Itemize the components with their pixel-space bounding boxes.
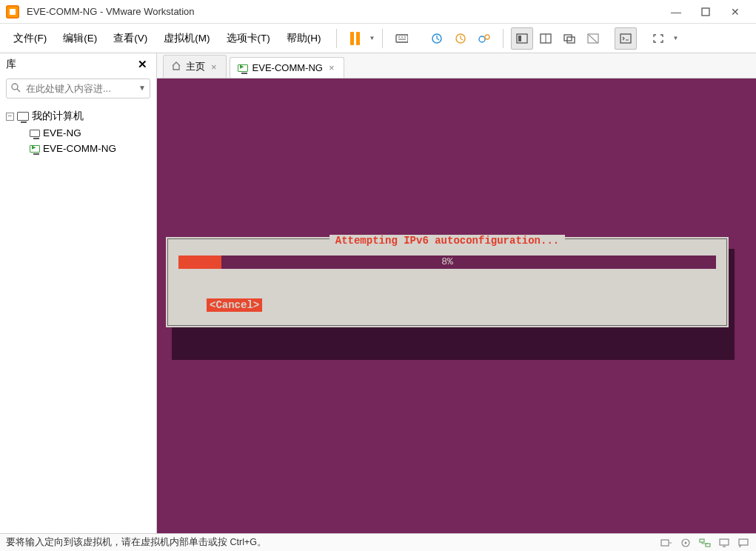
net-icon[interactable] bbox=[698, 537, 712, 549]
pause-button[interactable] bbox=[344, 27, 367, 50]
tree-root-label: 我的计算机 bbox=[32, 110, 84, 123]
library-tree: − 我的计算机 EVE-NG EVE-COMM-NG bbox=[0, 104, 156, 159]
svg-rect-22 bbox=[720, 539, 729, 545]
view-single-button[interactable] bbox=[511, 27, 533, 50]
search-input[interactable] bbox=[6, 79, 150, 98]
installer-dialog: Attempting IPv6 autoconfiguration... 8% … bbox=[166, 237, 729, 327]
revert-snapshot-icon bbox=[454, 32, 467, 45]
tab-vm[interactable]: EVE-COMM-NG × bbox=[230, 57, 344, 78]
menu-help[interactable]: 帮助(H) bbox=[279, 29, 329, 48]
menubar: 文件(F) 编辑(E) 查看(V) 虚拟机(M) 选项卡(T) 帮助(H) ▼ bbox=[0, 24, 756, 53]
titlebar: EVE-COMM-NG - VMware Workstation — ✕ bbox=[0, 0, 756, 24]
tree-root[interactable]: − 我的计算机 bbox=[4, 107, 152, 125]
search-icon bbox=[10, 82, 21, 95]
message-icon[interactable] bbox=[737, 537, 750, 549]
revert-snapshot-button[interactable] bbox=[449, 27, 472, 50]
dialog-title: Attempting IPv6 autoconfiguration... bbox=[330, 235, 565, 247]
chevron-down-icon[interactable]: ▼ bbox=[369, 35, 375, 41]
quickswitch-button[interactable] bbox=[558, 27, 581, 50]
sidebar-close-button[interactable]: ✕ bbox=[134, 56, 150, 73]
console-icon bbox=[619, 32, 632, 45]
chevron-down-icon[interactable]: ▼ bbox=[672, 35, 678, 41]
tree-item-label: EVE-COMM-NG bbox=[43, 143, 116, 154]
status-icons bbox=[660, 537, 750, 549]
tree-item-eve-ng[interactable]: EVE-NG bbox=[4, 125, 152, 141]
display-icon[interactable] bbox=[717, 537, 731, 549]
computer-icon bbox=[17, 112, 29, 121]
window-title: EVE-COMM-NG - VMware Workstation bbox=[27, 6, 661, 17]
close-icon[interactable]: × bbox=[327, 62, 336, 73]
send-ctrl-alt-del-button[interactable] bbox=[390, 27, 412, 50]
multi-view-icon bbox=[539, 32, 552, 45]
tree-item-eve-comm-ng[interactable]: EVE-COMM-NG bbox=[4, 141, 152, 156]
svg-rect-21 bbox=[706, 544, 710, 547]
tab-vm-label: EVE-COMM-NG bbox=[252, 62, 323, 73]
menu-tabs[interactable]: 选项卡(T) bbox=[219, 29, 278, 48]
svg-rect-17 bbox=[661, 540, 669, 546]
menu-vm[interactable]: 虚拟机(M) bbox=[156, 29, 217, 48]
separator bbox=[503, 29, 504, 48]
view-multi-button[interactable] bbox=[535, 27, 557, 50]
sidebar-header: 库 ✕ bbox=[0, 53, 156, 76]
svg-rect-14 bbox=[620, 34, 631, 43]
svg-rect-7 bbox=[518, 36, 521, 41]
single-view-icon bbox=[515, 32, 529, 45]
disk-icon[interactable] bbox=[679, 537, 692, 549]
sidebar: 库 ✕ ▼ − 我的计算机 EVE-NG EVE-COMM-NG bbox=[0, 53, 157, 533]
window-controls: — ✕ bbox=[661, 0, 750, 24]
vm-viewport[interactable]: Attempting IPv6 autoconfiguration... 8% … bbox=[157, 79, 756, 533]
input-icon[interactable] bbox=[660, 537, 673, 549]
svg-rect-20 bbox=[700, 539, 704, 542]
progress-text: 8% bbox=[178, 256, 716, 269]
menu-edit[interactable]: 编辑(E) bbox=[56, 29, 104, 48]
fullscreen-icon bbox=[652, 32, 665, 45]
close-button[interactable]: ✕ bbox=[720, 0, 750, 24]
tree-item-label: EVE-NG bbox=[43, 127, 81, 138]
status-text: 要将输入定向到该虚拟机，请在虚拟机内部单击或按 Ctrl+G。 bbox=[6, 536, 267, 549]
unity-icon bbox=[586, 32, 600, 45]
minimize-button[interactable]: — bbox=[661, 0, 691, 24]
manage-snapshot-button[interactable] bbox=[473, 27, 495, 50]
app-icon bbox=[6, 5, 19, 19]
close-icon[interactable]: × bbox=[210, 61, 218, 73]
snapshot-icon bbox=[430, 32, 444, 45]
fullscreen-button[interactable] bbox=[647, 27, 669, 50]
svg-rect-0 bbox=[702, 8, 709, 16]
menu-view[interactable]: 查看(V) bbox=[106, 29, 155, 48]
separator bbox=[336, 29, 337, 48]
separator bbox=[382, 29, 383, 48]
svg-point-15 bbox=[12, 84, 18, 90]
statusbar: 要将输入定向到该虚拟机，请在虚拟机内部单击或按 Ctrl+G。 bbox=[0, 533, 756, 551]
pause-icon bbox=[350, 32, 360, 45]
svg-point-4 bbox=[479, 36, 485, 42]
manage-snapshot-icon bbox=[478, 32, 491, 45]
svg-point-5 bbox=[485, 35, 489, 39]
vm-on-icon bbox=[30, 145, 40, 153]
sidebar-search: ▼ bbox=[6, 79, 150, 98]
svg-rect-11 bbox=[567, 37, 575, 43]
progress-bar: 8% bbox=[178, 256, 716, 269]
chevron-down-icon[interactable]: ▼ bbox=[138, 84, 146, 92]
home-icon bbox=[171, 61, 181, 73]
sidebar-title: 库 bbox=[6, 58, 16, 71]
body: 库 ✕ ▼ − 我的计算机 EVE-NG EVE-COMM-NG bbox=[0, 53, 756, 533]
snapshot-button[interactable] bbox=[426, 27, 448, 50]
collapse-icon[interactable]: − bbox=[6, 113, 14, 121]
vm-on-icon bbox=[238, 64, 248, 72]
unity-button[interactable] bbox=[582, 27, 604, 50]
main-area: 主页 × EVE-COMM-NG × Attempting IPv6 autoc… bbox=[157, 53, 756, 533]
svg-rect-10 bbox=[564, 35, 572, 41]
menu-file[interactable]: 文件(F) bbox=[6, 29, 54, 48]
svg-point-19 bbox=[685, 541, 687, 544]
svg-line-16 bbox=[17, 89, 20, 92]
maximize-icon bbox=[701, 7, 710, 16]
tab-home-label: 主页 bbox=[186, 60, 205, 73]
svg-line-13 bbox=[589, 35, 598, 43]
svg-rect-1 bbox=[396, 35, 408, 42]
tab-home[interactable]: 主页 × bbox=[163, 55, 227, 78]
svg-rect-24 bbox=[739, 539, 748, 545]
cancel-button[interactable]: <Cancel> bbox=[207, 298, 262, 312]
quickswitch-icon bbox=[563, 32, 576, 45]
console-button[interactable] bbox=[615, 27, 637, 50]
maximize-button[interactable] bbox=[691, 0, 720, 24]
